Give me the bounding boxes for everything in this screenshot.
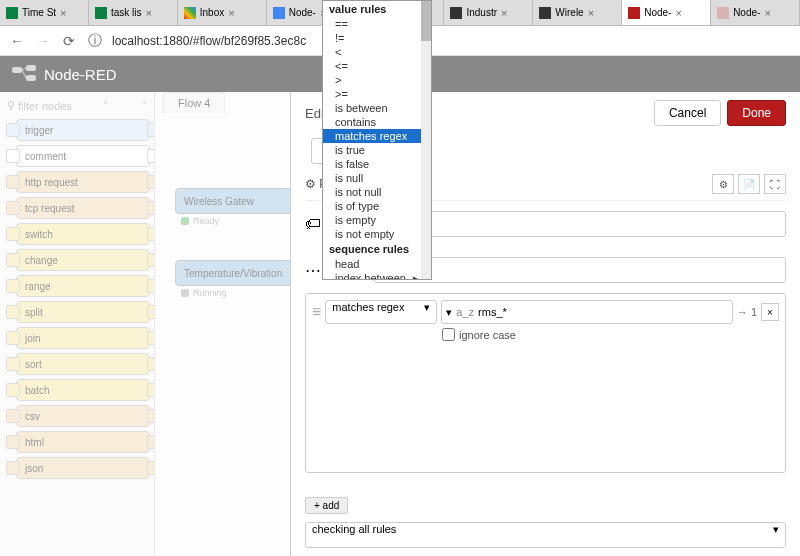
name-input[interactable] xyxy=(373,211,786,237)
svg-rect-1 xyxy=(26,65,36,71)
dropdown-item[interactable]: < xyxy=(323,45,431,59)
forward-button[interactable]: → xyxy=(34,33,52,49)
gear-icon: ⚙ xyxy=(305,177,316,191)
close-icon[interactable]: × xyxy=(145,7,151,19)
dropdown-item[interactable]: == xyxy=(323,17,431,31)
dropdown-item[interactable]: head xyxy=(323,257,431,271)
ignore-case-checkbox[interactable]: ignore case xyxy=(442,328,779,341)
doc-icon[interactable]: 📄 xyxy=(738,174,760,194)
close-icon[interactable]: × xyxy=(588,7,594,19)
back-button[interactable]: ← xyxy=(8,33,26,49)
dropdown-item[interactable]: is null xyxy=(323,171,431,185)
svg-rect-0 xyxy=(12,67,22,73)
browser-tab[interactable]: Wirele× xyxy=(533,0,622,25)
reload-button[interactable]: ⟳ xyxy=(60,33,78,49)
svg-rect-2 xyxy=(26,75,36,81)
browser-tab[interactable]: Time St× xyxy=(0,0,89,25)
dropdown-item[interactable]: is of type xyxy=(323,199,431,213)
dropdown-item[interactable]: != xyxy=(323,31,431,45)
expand-icon[interactable]: ⛶ xyxy=(764,174,786,194)
dropdown-item[interactable]: is true xyxy=(323,143,431,157)
dropdown-group-header: sequence rules xyxy=(323,241,431,257)
ellipsis-icon: ⋯ xyxy=(305,261,321,280)
settings-icon[interactable]: ⚙ xyxy=(712,174,734,194)
drag-handle-icon[interactable]: ≡ xyxy=(312,303,321,321)
remove-rule-button[interactable]: × xyxy=(761,303,779,321)
close-icon[interactable]: × xyxy=(764,7,770,19)
browser-tab[interactable]: Node-× xyxy=(711,0,800,25)
dropdown-item[interactable]: is not empty xyxy=(323,227,431,241)
address-input[interactable] xyxy=(112,34,792,48)
output-index: → 1 xyxy=(737,306,757,318)
rule-row: ≡ matches regex ▾ ▾a_zrms_* → 1 × xyxy=(312,300,779,324)
add-rule-button[interactable]: + add xyxy=(305,497,348,514)
dropdown-item[interactable]: >= xyxy=(323,87,431,101)
rule-operator-select[interactable]: matches regex ▾ xyxy=(325,300,437,324)
dropdown-item[interactable]: is empty xyxy=(323,213,431,227)
property-input[interactable] xyxy=(373,257,786,283)
dropdown-item[interactable]: <= xyxy=(323,59,431,73)
cancel-button[interactable]: Cancel xyxy=(654,100,721,126)
dropdown-item[interactable]: index between▸ xyxy=(323,271,431,280)
close-icon[interactable]: × xyxy=(60,7,66,19)
info-icon[interactable]: ⓘ xyxy=(86,32,104,50)
browser-tab-active[interactable]: Node-× xyxy=(622,0,711,25)
browser-tab[interactable]: Inbox× xyxy=(178,0,267,25)
browser-tab[interactable]: task lis× xyxy=(89,0,178,25)
rules-container: ≡ matches regex ▾ ▾a_zrms_* → 1 × ignore… xyxy=(305,293,786,473)
dropdown-item[interactable]: > xyxy=(323,73,431,87)
done-button[interactable]: Done xyxy=(727,100,786,126)
dropdown-item[interactable]: is between xyxy=(323,101,431,115)
dropdown-item[interactable]: is not null xyxy=(323,185,431,199)
app-logo-icon xyxy=(12,65,36,83)
rule-operator-dropdown[interactable]: value rules ==!=<<=>>=is betweencontains… xyxy=(322,0,432,280)
browser-tab[interactable]: Industr× xyxy=(444,0,533,25)
rule-value-input[interactable]: ▾a_zrms_* xyxy=(441,300,732,324)
checking-mode-select[interactable]: checking all rules▾ xyxy=(305,522,786,548)
dropdown-item[interactable]: matches regex xyxy=(323,129,431,143)
dropdown-group-header: value rules xyxy=(323,1,431,17)
tag-icon: 🏷 xyxy=(305,215,321,233)
dropdown-scrollbar[interactable] xyxy=(421,1,431,279)
dropdown-item[interactable]: contains xyxy=(323,115,431,129)
close-icon[interactable]: × xyxy=(675,7,681,19)
dropdown-item[interactable]: is false xyxy=(323,157,431,171)
close-icon[interactable]: × xyxy=(501,7,507,19)
close-icon[interactable]: × xyxy=(228,7,234,19)
app-title: Node-RED xyxy=(44,66,117,83)
